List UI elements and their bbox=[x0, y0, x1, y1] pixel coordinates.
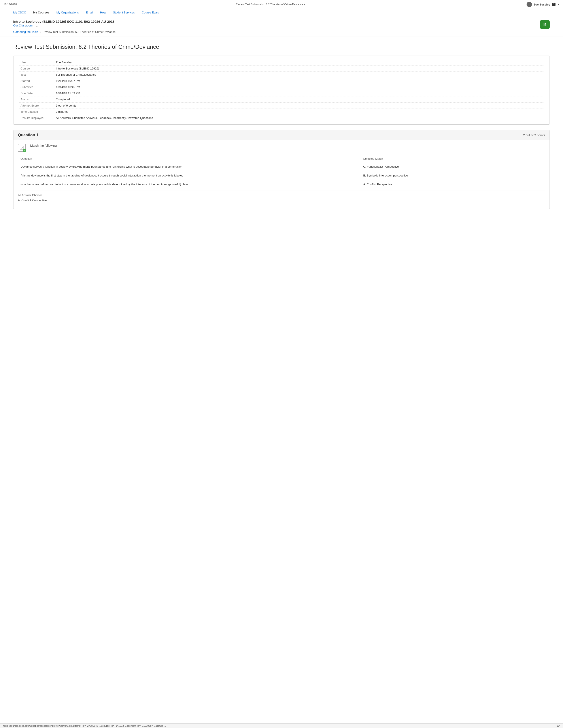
match-question-text: Primary deviance is the first step in th… bbox=[18, 171, 361, 180]
match-question-text: what becomes defined as deviant or crimi… bbox=[18, 180, 361, 189]
col-question-header: Question bbox=[18, 155, 361, 162]
user-name: Zoe Sessley bbox=[534, 3, 550, 6]
info-value: 10/14/18 10:37 PM bbox=[54, 78, 544, 84]
nav-email[interactable]: Email bbox=[86, 11, 93, 14]
user-area: Zoe Sessley 3 ▼ bbox=[527, 2, 559, 7]
answer-choice: A. Conflict Perspective bbox=[18, 199, 545, 202]
nav-bar: My CSCC My Courses My Organizations Emai… bbox=[0, 9, 563, 16]
match-row: Primary deviance is the first step in th… bbox=[18, 171, 545, 180]
question-1-header: Question 1 2 out of 2 points bbox=[13, 130, 550, 140]
match-instruction: Match the following bbox=[30, 144, 57, 147]
notification-badge: 3 bbox=[552, 3, 555, 6]
info-label: Time Elapsed bbox=[19, 109, 54, 115]
info-label: Submitted bbox=[19, 84, 54, 90]
info-row: Due Date 10/14/18 11:59 PM bbox=[19, 90, 544, 96]
info-row: User Zoe Sessley bbox=[19, 59, 544, 66]
info-value: 9 out of 9 points bbox=[54, 103, 544, 109]
chevron-down-icon[interactable]: ▼ bbox=[557, 3, 559, 6]
nav-course-evals[interactable]: Course Evals bbox=[142, 11, 159, 14]
course-links: Our Classroom ... bbox=[13, 24, 114, 27]
info-value: 6.2 Theories of Crime/Deviance bbox=[54, 72, 544, 78]
question-1-block: Question 1 2 out of 2 points ✓ Match the… bbox=[13, 130, 550, 209]
info-value: Zoe Sessley bbox=[54, 59, 544, 66]
info-label: Status bbox=[19, 96, 54, 103]
match-answer-text: A. Conflict Perspective bbox=[361, 180, 545, 189]
info-label: Due Date bbox=[19, 90, 54, 96]
question-1-body: ✓ Match the following Question Selected … bbox=[13, 140, 550, 209]
breadcrumb-current: Review Test Submission: 6.2 Theories of … bbox=[43, 30, 115, 34]
info-value: Completed bbox=[54, 96, 544, 103]
top-bar: 10/14/2018 Review Test Submission: 6.2 T… bbox=[0, 0, 563, 9]
match-answer-text: B. Symbolic interaction perspective bbox=[361, 171, 545, 180]
info-table: User Zoe Sessley Course Intro to Sociolo… bbox=[19, 59, 544, 121]
match-row: Deviance serves a function in society by… bbox=[18, 162, 545, 171]
breadcrumb-gathering-tools[interactable]: Gathering the Tools bbox=[13, 30, 38, 34]
more-options-link[interactable]: ... bbox=[36, 24, 38, 27]
info-row: Course Intro to Sociology (BLEND 19926) bbox=[19, 66, 544, 72]
info-label: Started bbox=[19, 78, 54, 84]
nav-my-organizations[interactable]: My Organizations bbox=[56, 11, 79, 14]
info-value: All Answers, Submitted Answers, Feedback… bbox=[54, 115, 544, 121]
info-value: 7 minutes bbox=[54, 109, 544, 115]
info-label: Course bbox=[19, 66, 54, 72]
checkmark-icon: ✓ bbox=[23, 149, 26, 152]
info-row: Results Displayed All Answers, Submitted… bbox=[19, 115, 544, 121]
question-1-title: Question 1 bbox=[18, 133, 38, 137]
nav-my-cscc[interactable]: My CSCC bbox=[13, 11, 26, 14]
info-value: 10/14/18 10:45 PM bbox=[54, 84, 544, 90]
nav-help[interactable]: Help bbox=[100, 11, 106, 14]
info-row: Submitted 10/14/18 10:45 PM bbox=[19, 84, 544, 90]
info-label: Results Displayed bbox=[19, 115, 54, 121]
svg-line-2 bbox=[22, 147, 23, 148]
match-answer-text: C. Functionalist Perspective bbox=[361, 162, 545, 171]
match-row: what becomes defined as deviant or crimi… bbox=[18, 180, 545, 189]
date: 10/14/2018 bbox=[4, 3, 17, 6]
n-logo: n bbox=[540, 20, 550, 29]
info-label: User bbox=[19, 59, 54, 66]
info-row: Test 6.2 Theories of Crime/Deviance bbox=[19, 72, 544, 78]
avatar bbox=[527, 2, 532, 7]
info-row: Attempt Score 9 out of 9 points bbox=[19, 103, 544, 109]
info-value: Intro to Sociology (BLEND 19926) bbox=[54, 66, 544, 72]
breadcrumb: Gathering the Tools › Review Test Submis… bbox=[0, 29, 563, 34]
all-answers-section: All Answer Choices A. Conflict Perspecti… bbox=[18, 191, 545, 205]
info-row: Started 10/14/18 10:37 PM bbox=[19, 78, 544, 84]
our-classroom-link[interactable]: Our Classroom bbox=[13, 24, 32, 27]
breadcrumb-separator: › bbox=[40, 30, 41, 34]
submission-card: User Zoe Sessley Course Intro to Sociolo… bbox=[13, 56, 550, 125]
info-label: Test bbox=[19, 72, 54, 78]
info-row: Status Completed bbox=[19, 96, 544, 103]
nav-student-services[interactable]: Student Services bbox=[113, 11, 135, 14]
info-row: Time Elapsed 7 minutes bbox=[19, 109, 544, 115]
course-header: Intro to Sociology (BLEND 19926) SOC-110… bbox=[0, 16, 563, 29]
col-match-header: Selected Match bbox=[361, 155, 545, 162]
main-content: Review Test Submission: 6.2 Theories of … bbox=[0, 38, 563, 220]
course-title: Intro to Sociology (BLEND 19926) SOC-110… bbox=[13, 20, 114, 23]
info-label: Attempt Score bbox=[19, 103, 54, 109]
question-1-points: 2 out of 2 points bbox=[523, 133, 545, 137]
tab-title: Review Test Submission: 6.2 Theories of … bbox=[236, 3, 308, 6]
match-question-text: Deviance serves a function in society by… bbox=[18, 162, 361, 171]
nav-my-courses[interactable]: My Courses bbox=[33, 11, 49, 14]
correct-icon: ✓ bbox=[18, 144, 26, 152]
all-answers-label: All Answer Choices bbox=[18, 193, 545, 197]
match-table: Question Selected Match Deviance serves … bbox=[18, 155, 545, 189]
page-title: Review Test Submission: 6.2 Theories of … bbox=[13, 43, 550, 50]
info-value: 10/14/18 11:59 PM bbox=[54, 90, 544, 96]
